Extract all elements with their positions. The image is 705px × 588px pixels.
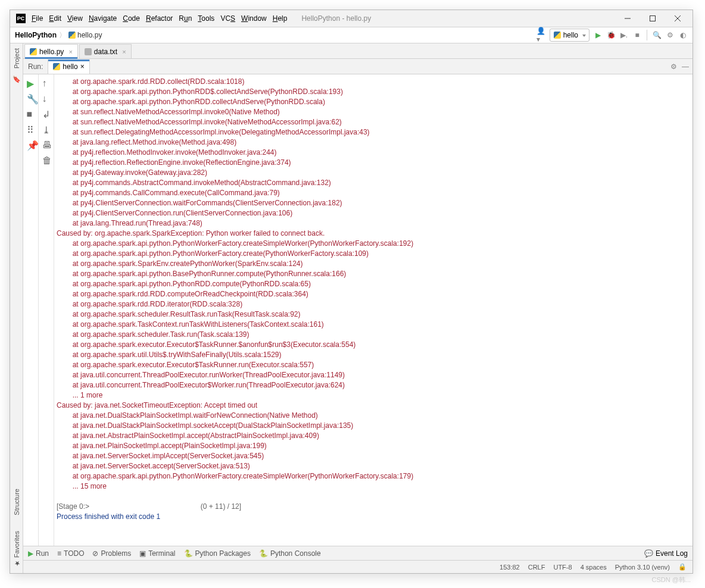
encoding[interactable]: UTF-8 <box>553 564 572 571</box>
python-icon: 🐍 <box>184 549 193 558</box>
console-output[interactable]: at org.apache.spark.rdd.RDD.collect(RDD.… <box>54 74 692 546</box>
indent[interactable]: 4 spaces <box>581 564 607 571</box>
problems-tool-button[interactable]: ⊘Problems <box>92 549 131 558</box>
soft-wrap-icon[interactable]: ↲ <box>42 109 51 117</box>
menu-run[interactable]: Run <box>179 14 192 23</box>
editor-tabs: hello.py× data.txt× <box>23 43 692 59</box>
editor-tab-data[interactable]: data.txt× <box>79 44 132 58</box>
close-icon[interactable]: × <box>122 48 126 55</box>
menu-navigate[interactable]: Navigate <box>89 14 117 23</box>
hide-icon[interactable]: — <box>682 62 689 71</box>
main-menu: File Edit View Navigate Code Refactor Ru… <box>32 14 287 23</box>
terminal-icon: ▣ <box>139 549 146 558</box>
bookmark-icon[interactable]: 🔖 <box>13 76 21 84</box>
maximize-button[interactable] <box>640 11 665 26</box>
structure-tool-tab[interactable]: Structure <box>12 486 21 518</box>
problems-icon: ⊘ <box>92 549 98 558</box>
menu-window[interactable]: Window <box>241 14 267 23</box>
project-tool-tab[interactable]: Project <box>12 46 21 71</box>
interpreter[interactable]: Python 3.10 (venv) <box>615 564 670 571</box>
watermark: CSDN @韩... <box>651 576 691 584</box>
run-coverage-icon[interactable]: ▶. <box>619 30 629 40</box>
user-icon[interactable]: 👤▾ <box>536 30 546 40</box>
packages-tool-button[interactable]: 🐍Python Packages <box>184 549 251 558</box>
menu-tools[interactable]: Tools <box>198 14 214 23</box>
event-log-button[interactable]: 💬Event Log <box>644 549 688 558</box>
down-icon[interactable]: ↓ <box>42 93 51 102</box>
menu-help[interactable]: Help <box>273 14 288 23</box>
todo-tool-button[interactable]: ≡TODO <box>57 549 84 558</box>
window-title: HelloPython - hello.py <box>301 14 371 23</box>
search-icon[interactable]: 🔍 <box>652 30 662 40</box>
editor-tab-hello[interactable]: hello.py× <box>24 44 78 58</box>
caret-position[interactable]: 153:82 <box>500 564 520 571</box>
sync-icon[interactable]: ◐ <box>678 30 688 40</box>
menu-vcs[interactable]: VCS <box>220 14 235 23</box>
breadcrumb: HelloPython 〉 hello.py <box>15 30 102 40</box>
clear-icon[interactable]: 🗑 <box>42 155 51 164</box>
pin-icon[interactable]: 📌 <box>27 140 35 148</box>
menu-view[interactable]: View <box>67 14 83 23</box>
python-icon <box>554 32 561 39</box>
status-bar: 153:82 CRLF UTF-8 4 spaces Python 3.10 (… <box>23 560 692 573</box>
python-console-tool-button[interactable]: 🐍Python Console <box>259 549 321 558</box>
up-icon[interactable]: ↑ <box>42 78 51 86</box>
menu-code[interactable]: Code <box>123 14 140 23</box>
close-button[interactable] <box>665 11 690 26</box>
breadcrumb-file[interactable]: hello.py <box>68 31 102 39</box>
debug-icon[interactable]: 🐞 <box>606 30 616 40</box>
run-config-combo[interactable]: hello <box>550 29 589 42</box>
gear-icon[interactable]: ⚙ <box>670 62 677 71</box>
breadcrumb-project[interactable]: HelloPython <box>15 31 57 39</box>
svg-rect-1 <box>650 16 656 21</box>
scroll-to-end-icon[interactable]: ⤓ <box>42 124 51 133</box>
stop-icon[interactable]: ■ <box>632 30 642 40</box>
python-file-icon <box>30 48 37 55</box>
stop-icon[interactable]: ■ <box>27 109 35 117</box>
close-icon[interactable]: × <box>80 62 85 71</box>
menu-file[interactable]: File <box>32 14 43 23</box>
text-file-icon <box>85 48 92 55</box>
todo-icon: ≡ <box>57 549 61 558</box>
print-icon[interactable]: 🖶 <box>42 140 51 148</box>
run-icon: ▶ <box>28 549 33 558</box>
app-icon: PC <box>16 14 26 23</box>
close-icon[interactable]: × <box>68 48 72 55</box>
python-icon: 🐍 <box>259 549 268 558</box>
run-button-icon[interactable]: ▶ <box>593 30 603 40</box>
layout-icon[interactable]: ⠿ <box>27 124 35 133</box>
favorites-tool-tab[interactable]: ★ Favorites <box>11 528 21 570</box>
menu-refactor[interactable]: Refactor <box>146 14 173 23</box>
tools-icon[interactable]: 🔧 <box>27 93 35 102</box>
line-sep[interactable]: CRLF <box>528 564 545 571</box>
rerun-icon[interactable]: ▶ <box>27 78 35 86</box>
settings-icon[interactable]: ⚙ <box>665 30 675 40</box>
run-tab-hello[interactable]: hello× <box>48 60 89 74</box>
python-icon <box>53 63 60 70</box>
minimize-button[interactable] <box>615 11 640 26</box>
menu-edit[interactable]: Edit <box>49 14 61 23</box>
run-tool-label: Run: <box>23 62 48 71</box>
event-log-icon: 💬 <box>644 549 653 558</box>
terminal-tool-button[interactable]: ▣Terminal <box>139 549 175 558</box>
lock-icon[interactable]: 🔒 <box>678 563 687 571</box>
python-file-icon <box>68 32 76 39</box>
run-tool-button[interactable]: ▶Run <box>28 549 49 558</box>
